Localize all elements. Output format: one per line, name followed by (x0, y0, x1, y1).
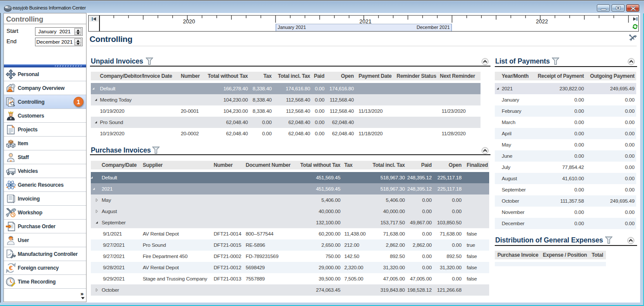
svg-text:€: € (9, 264, 13, 271)
